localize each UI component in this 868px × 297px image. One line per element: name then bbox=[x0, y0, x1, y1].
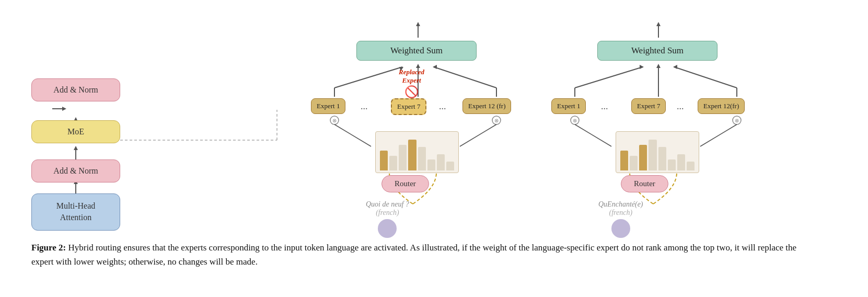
bar-3 bbox=[399, 145, 407, 170]
left-router: Router bbox=[381, 175, 429, 192]
right-expert-7-box: Expert 7 bbox=[631, 98, 666, 114]
arch-add-norm-bottom-block: Add & Norm bbox=[31, 159, 120, 182]
arch-attention-block: Multi-HeadAttention bbox=[31, 193, 120, 231]
rbar-8 bbox=[687, 162, 695, 171]
bar-6 bbox=[427, 159, 435, 170]
svg-marker-34 bbox=[640, 65, 644, 69]
rbar-2 bbox=[630, 156, 638, 170]
svg-point-42 bbox=[733, 116, 741, 124]
bar-5 bbox=[418, 147, 426, 171]
left-expert-12-label: Expert 12 (fr) bbox=[468, 102, 505, 110]
left-weighted-sum-label: Weighted Sum bbox=[390, 45, 443, 55]
rbar-3 bbox=[639, 145, 647, 170]
arch-add-norm-bottom-label: Add & Norm bbox=[53, 166, 98, 175]
arch-add-norm-bottom: Add & Norm bbox=[31, 159, 120, 182]
left-router-box: Router bbox=[381, 175, 429, 192]
svg-marker-25 bbox=[433, 65, 437, 69]
right-weighted-sum-label: Weighted Sum bbox=[631, 45, 684, 55]
left-expert-7-box: Expert 7 bbox=[391, 98, 426, 115]
svg-text:⊗: ⊗ bbox=[494, 118, 499, 123]
caption-text: Hybrid routing ensures that the experts … bbox=[31, 243, 796, 267]
left-token-text: Quoi de neuf ? bbox=[366, 200, 409, 209]
left-input-token: Quoi de neuf ? (french) bbox=[366, 200, 409, 238]
left-expert-7: Expert 7 bbox=[391, 98, 426, 115]
arch-attention-label: Multi-HeadAttention bbox=[56, 201, 96, 222]
left-weighted-sum-box: Weighted Sum bbox=[356, 41, 477, 61]
no-sign: 🚫 bbox=[399, 85, 424, 99]
left-expert-12-box: Expert 12 (fr) bbox=[462, 98, 511, 114]
svg-marker-7 bbox=[74, 146, 78, 150]
right-router-label: Router bbox=[634, 179, 655, 188]
rbar-7 bbox=[677, 154, 685, 171]
svg-line-24 bbox=[434, 67, 496, 88]
left-token-lang: (french) bbox=[376, 209, 399, 217]
arch-moe-label-block: MoE bbox=[31, 120, 120, 143]
right-expert-1-label: Expert 1 bbox=[557, 102, 580, 110]
svg-line-47 bbox=[700, 124, 737, 146]
bar-2 bbox=[389, 156, 397, 170]
right-router-box: Router bbox=[621, 175, 668, 192]
right-expert-1: Expert 1 bbox=[551, 98, 586, 114]
caption-label: Figure 2: bbox=[31, 243, 66, 253]
left-token: Quoi de neuf ? (french) bbox=[366, 196, 409, 238]
arch-moe-label: MoE bbox=[67, 127, 84, 136]
right-expert-7-label: Expert 7 bbox=[637, 102, 660, 110]
svg-line-33 bbox=[575, 67, 643, 88]
left-bar-chart bbox=[375, 128, 459, 173]
left-expert-12: Expert 12 (fr) bbox=[462, 98, 511, 114]
right-token-text: QuEnchanté(e) bbox=[598, 200, 643, 209]
right-bar-chart bbox=[616, 128, 699, 173]
right-bar-chart-container bbox=[616, 131, 699, 173]
arch-attention-label-block: Multi-HeadAttention bbox=[31, 193, 120, 231]
rbar-4 bbox=[649, 140, 656, 171]
svg-marker-36 bbox=[656, 64, 661, 68]
bar-8 bbox=[446, 162, 454, 171]
svg-marker-11 bbox=[62, 107, 66, 111]
replaced-label-container: ReplacedExpert 🚫 bbox=[399, 68, 424, 99]
svg-text:⊗: ⊗ bbox=[735, 118, 739, 123]
svg-point-28 bbox=[492, 116, 501, 124]
left-dots-2: ··· bbox=[439, 104, 446, 115]
svg-marker-17 bbox=[416, 22, 420, 26]
right-expert-12-label: Expert 12(fr) bbox=[703, 102, 739, 110]
svg-point-40 bbox=[571, 116, 579, 124]
left-weighted-sum: Weighted Sum bbox=[356, 41, 477, 61]
right-weighted-sum-box: Weighted Sum bbox=[597, 41, 717, 61]
svg-line-44 bbox=[334, 124, 371, 146]
arch-add-norm-top: Add & Norm bbox=[31, 78, 120, 101]
replaced-label: ReplacedExpert bbox=[399, 68, 424, 84]
rbar-5 bbox=[658, 147, 666, 171]
svg-marker-22 bbox=[416, 64, 420, 68]
right-dots-2: ··· bbox=[677, 104, 684, 115]
svg-marker-39 bbox=[673, 65, 677, 69]
bar-7 bbox=[437, 154, 445, 171]
right-input-token: QuEnchanté(e) (french) bbox=[598, 200, 643, 238]
right-weighted-sum: Weighted Sum bbox=[597, 41, 717, 61]
svg-text:⊗: ⊗ bbox=[573, 118, 577, 123]
right-token: QuEnchanté(e) (french) bbox=[598, 196, 643, 238]
right-dots-1: ··· bbox=[601, 104, 608, 115]
rbar-6 bbox=[668, 159, 676, 170]
arch-add-norm-top-block: Add & Norm bbox=[31, 78, 120, 101]
left-expert-1-label: Expert 1 bbox=[317, 102, 340, 110]
left-token-circle bbox=[378, 219, 397, 238]
svg-point-26 bbox=[330, 116, 339, 124]
svg-line-19 bbox=[334, 67, 402, 88]
right-router: Router bbox=[621, 175, 668, 192]
left-expert-1: Expert 1 bbox=[311, 98, 345, 114]
right-expert-12-box: Expert 12(fr) bbox=[698, 98, 745, 114]
svg-marker-31 bbox=[656, 22, 661, 26]
left-dots-1: ··· bbox=[361, 104, 368, 115]
right-expert-12: Expert 12(fr) bbox=[698, 98, 745, 114]
main-container: ⊗ ⊗ ⊗ bbox=[0, 0, 868, 279]
arch-moe-block: MoE bbox=[31, 120, 120, 143]
figure-caption: Figure 2: Hybrid routing ensures that th… bbox=[16, 241, 831, 269]
right-expert-1-box: Expert 1 bbox=[551, 98, 586, 114]
bar-1 bbox=[380, 151, 388, 171]
right-token-lang: (french) bbox=[609, 209, 632, 217]
svg-line-46 bbox=[575, 124, 611, 146]
rbar-1 bbox=[620, 151, 628, 171]
arch-add-norm-top-label: Add & Norm bbox=[53, 85, 98, 94]
left-router-label: Router bbox=[395, 179, 416, 188]
right-expert-7: Expert 7 bbox=[631, 98, 666, 114]
